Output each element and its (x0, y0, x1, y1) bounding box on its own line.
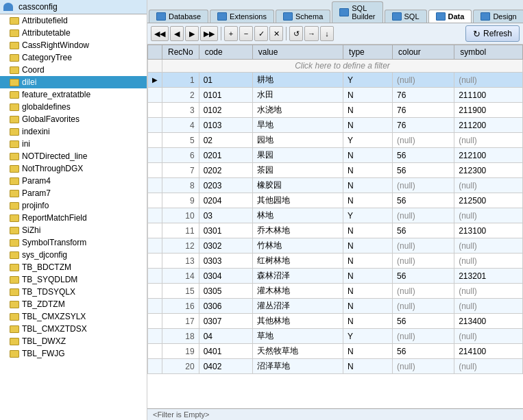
sidebar-item[interactable]: projinfo (0, 199, 147, 212)
sidebar-item[interactable]: TBL_CMXZSYLX (0, 310, 147, 323)
cell-colour: 56 (393, 269, 454, 284)
sidebar-item[interactable]: TBL_DWXZ (0, 335, 147, 347)
nav-next-btn[interactable]: ▶ (185, 26, 199, 41)
cell-colour: 76 (393, 118, 454, 133)
table-row[interactable]: 120302竹林地N(null)(null) (148, 238, 523, 254)
cell-code: 0103 (199, 118, 252, 133)
cancel-btn[interactable]: ✕ (269, 26, 283, 41)
table-row[interactable]: 150305灌木林地N(null)(null) (148, 284, 523, 299)
sidebar-item[interactable]: Coord (0, 64, 147, 76)
table-row[interactable]: 80203橡胶园N(null)(null) (148, 178, 523, 193)
table-row[interactable]: 200402沼泽草地N(null)(null) (148, 359, 523, 374)
import-btn[interactable]: ↓ (320, 26, 334, 41)
folder-icon (10, 128, 19, 136)
tab-database[interactable]: Database (149, 10, 208, 23)
nav-prev-btn[interactable]: ◀ (170, 26, 184, 41)
sidebar-item[interactable]: Attributefield (0, 14, 147, 27)
cell-code: 0301 (199, 223, 252, 238)
sidebar-item[interactable]: TBL_FWJG (0, 347, 147, 360)
sidebar-item[interactable]: CassRightWindow (0, 39, 147, 51)
refresh-small-btn[interactable]: ↺ (289, 26, 303, 41)
cell-colour: (null) (393, 299, 454, 314)
cell-type: N (343, 178, 393, 193)
cell-type: N (343, 163, 393, 178)
row-arrow (148, 299, 162, 314)
nav-last-btn[interactable]: ▶▶ (200, 26, 218, 41)
tab-schema[interactable]: Schema (276, 10, 330, 23)
sidebar-item[interactable]: dilei (0, 76, 147, 88)
nav-first-btn[interactable]: ◀◀ (151, 26, 169, 41)
filter-hint[interactable]: Click here to define a filter (162, 60, 523, 73)
tab-sql[interactable]: SQL (385, 10, 427, 23)
folder-icon (10, 276, 19, 284)
sidebar-item[interactable]: TB_TDSYQLX (0, 286, 147, 298)
recno-header[interactable]: RecNo (162, 45, 199, 60)
cell-value: 旱地 (252, 118, 343, 133)
symbol-header[interactable]: symbol (454, 45, 523, 60)
table-row[interactable]: 70202茶园N56212300 (148, 163, 523, 178)
sidebar-item[interactable]: TB_BDCTZM (0, 261, 147, 273)
row-arrow (148, 314, 162, 329)
table-row[interactable]: 60201果园N56212100 (148, 148, 523, 163)
table-row[interactable]: 90204其他园地N56212500 (148, 193, 523, 208)
sidebar-item[interactable]: TBL_CMXZTDSX (0, 323, 147, 335)
sidebar-item[interactable]: feature_extratatble (0, 88, 147, 101)
cell-colour: (null) (393, 238, 454, 254)
sidebar-item[interactable]: Param4 (0, 175, 147, 187)
sidebar-item[interactable]: NOTDirected_line (0, 150, 147, 162)
sidebar-item[interactable]: TB_ZDTZM (0, 298, 147, 310)
colour-header[interactable]: colour (393, 45, 454, 60)
value-header[interactable]: value (252, 45, 343, 60)
type-header[interactable]: type (343, 45, 393, 60)
refresh-button[interactable]: ↻ Refresh (465, 25, 520, 42)
tab-icon (436, 12, 446, 21)
table-row[interactable]: ▶101耕地Y(null)(null) (148, 73, 523, 88)
table-row[interactable]: 30102水浇地N76211900 (148, 103, 523, 118)
sidebar-item-label: Coord (22, 65, 45, 75)
export-btn[interactable]: → (304, 26, 319, 41)
delete-record-btn[interactable]: − (239, 26, 253, 41)
cell-recno: 3 (162, 103, 199, 118)
filter-row[interactable]: Click here to define a filter (148, 60, 523, 73)
sidebar-item[interactable]: globaldefines (0, 101, 147, 113)
table-row[interactable]: 502园地Y(null)(null) (148, 133, 523, 148)
sidebar-item[interactable]: indexini (0, 125, 147, 138)
sidebar-item[interactable]: sys_djconfig (0, 249, 147, 261)
code-header[interactable]: code (199, 45, 252, 60)
sidebar-list[interactable]: AttributefieldAttributetableCassRightWin… (0, 14, 147, 420)
sidebar-item[interactable]: Attributetable (0, 27, 147, 39)
table-row[interactable]: 1804草地Y(null)(null) (148, 329, 523, 344)
filter-status: <Filter is Empty> (153, 410, 210, 419)
sidebar-item[interactable]: NotThroughDGX (0, 162, 147, 175)
table-row[interactable]: 170307其他林地N56213400 (148, 314, 523, 329)
table-row[interactable]: 190401天然牧草地N56214100 (148, 344, 523, 359)
sidebar-item[interactable]: Param7 (0, 187, 147, 199)
cell-value: 林地 (252, 208, 343, 223)
cell-type: N (343, 314, 393, 329)
table-row[interactable]: 110301乔木林地N56213100 (148, 223, 523, 238)
table-row[interactable]: 20101水田N76211100 (148, 88, 523, 103)
confirm-btn[interactable]: ✓ (254, 26, 268, 41)
table-row[interactable]: 40103旱地N76211200 (148, 118, 523, 133)
tab-extensions[interactable]: Extensions (210, 10, 274, 23)
data-table-container[interactable]: RecNo code value type colour symbol Clic… (147, 45, 523, 408)
cell-colour: (null) (393, 73, 454, 88)
table-row[interactable]: 130303红树林地N(null)(null) (148, 254, 523, 269)
cell-code: 0304 (199, 269, 252, 284)
sidebar-item[interactable]: ReportMatchField (0, 212, 147, 224)
add-record-btn[interactable]: + (224, 26, 238, 41)
tab-sql-builder[interactable]: SQL Builder (332, 1, 382, 23)
sidebar-item[interactable]: ini (0, 138, 147, 150)
tab-data[interactable]: Data (428, 10, 472, 23)
table-row[interactable]: 160306灌丛沼泽N(null)(null) (148, 299, 523, 314)
sidebar-item[interactable]: GlobalFavorites (0, 113, 147, 125)
sidebar-item[interactable]: TB_SYQDLDM (0, 273, 147, 286)
sidebar-item[interactable]: CategoryTree (0, 51, 147, 64)
arrow-header (148, 45, 162, 60)
sidebar-item[interactable]: SiZhi (0, 224, 147, 236)
table-row[interactable]: 140304森林沼泽N56213201 (148, 269, 523, 284)
sidebar-item[interactable]: SymbolTransform (0, 236, 147, 249)
table-row[interactable]: 1003林地Y(null)(null) (148, 208, 523, 223)
tab-design[interactable]: Design (473, 10, 523, 23)
sidebar-item-label: Param4 (22, 176, 51, 186)
